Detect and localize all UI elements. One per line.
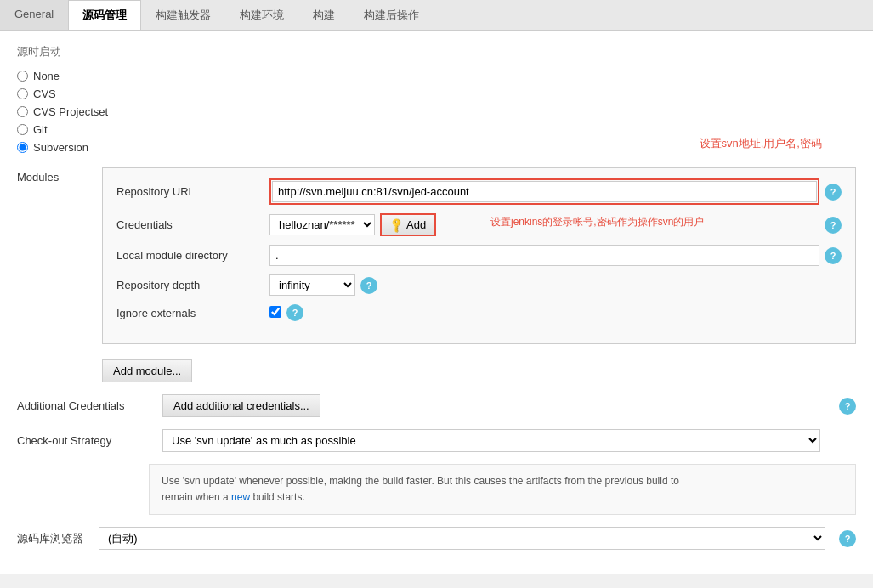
local-module-directory-input[interactable] (269, 245, 819, 266)
repository-depth-select[interactable]: infinity immediates files empty (269, 274, 355, 296)
radio-cvs-label: CVS (33, 88, 56, 100)
checkout-strategy-select[interactable]: Use 'svn update' as much as possible Alw… (162, 429, 820, 452)
local-module-directory-control (269, 245, 819, 266)
credentials-select-wrap: helloznan/****** (269, 214, 375, 235)
tab-build-env[interactable]: 构建环境 (225, 0, 298, 30)
tabs-bar: General 源码管理 构建触发器 构建环境 构建 构建后操作 (0, 0, 873, 31)
repository-url-help-icon[interactable]: ? (825, 184, 842, 201)
add-additional-credentials-button[interactable]: Add additional credentials... (162, 394, 320, 417)
additional-credentials-label: Additional Credentials (17, 399, 149, 412)
repository-url-wrapper: ? (269, 178, 842, 205)
radio-git-label: Git (33, 123, 48, 136)
radio-subversion-label: Subversion (33, 141, 88, 154)
radio-cvs[interactable]: CVS (17, 88, 856, 100)
radio-cvs-projectset-label: CVS Projectset (33, 105, 108, 118)
repository-depth-control: infinity immediates files empty (269, 274, 355, 296)
radio-cvs-input[interactable] (17, 88, 28, 99)
source-browser-control: (自动) (99, 527, 825, 550)
ignore-externals-checkbox[interactable] (269, 306, 281, 318)
annotation-jenkins: 设置jenkins的登录帐号,密码作为操作svn的用户 (490, 215, 704, 229)
modules-content: Repository URL ? Credentials (102, 167, 856, 344)
modules-section: Modules Repository URL ? (17, 167, 856, 382)
source-browser-label: 源码库浏览器 (17, 531, 83, 546)
strategy-desc-line1: Use 'svn update' whenever possible, maki… (162, 473, 843, 489)
checkout-strategy-row: Check-out Strategy Use 'svn update' as m… (17, 429, 856, 452)
repository-url-row: Repository URL ? (116, 178, 842, 205)
credentials-control: helloznan/****** 🔑 Add 设置jenkins的登录帐号,密码… (269, 213, 436, 236)
local-module-directory-row: Local module directory ? (116, 245, 842, 266)
strategy-desc-part2: build starts. (250, 491, 305, 503)
local-module-directory-label: Local module directory (116, 249, 269, 262)
radio-git-input[interactable] (17, 124, 28, 135)
repository-url-input[interactable] (272, 181, 817, 202)
radio-cvs-projectset[interactable]: CVS Projectset (17, 105, 856, 118)
strategy-desc-part1: remain when a (162, 491, 231, 503)
tab-source-management[interactable]: 源码管理 (68, 0, 141, 30)
key-icon: 🔑 (388, 216, 405, 234)
strategy-desc-highlight: new (231, 491, 250, 503)
tab-post-build[interactable]: 构建后操作 (349, 0, 434, 30)
radio-none-label: None (33, 70, 60, 82)
checkout-strategy-label: Check-out Strategy (17, 434, 149, 447)
annotation-svn: 设置svn地址,用户名,密码 (700, 136, 822, 151)
ignore-externals-label: Ignore externals (116, 307, 269, 319)
repository-url-label: Repository URL (116, 185, 269, 198)
tab-build[interactable]: 构建 (298, 0, 349, 30)
ignore-externals-help-icon[interactable]: ? (286, 304, 303, 321)
add-button-label: Add (406, 218, 426, 231)
add-module-button[interactable]: Add module... (102, 359, 192, 382)
repository-depth-label: Repository depth (116, 279, 269, 291)
source-browser-row: 源码库浏览器 (自动) ? (17, 527, 856, 550)
source-browser-select[interactable]: (自动) (99, 527, 825, 550)
repository-url-input-wrap (269, 178, 819, 205)
strategy-description: Use 'svn update' whenever possible, maki… (149, 464, 856, 515)
ignore-externals-control (269, 306, 281, 320)
credentials-row: Credentials helloznan/****** 🔑 Add (116, 213, 842, 236)
radio-subversion-input[interactable] (17, 142, 28, 153)
modules-label: Modules (17, 167, 102, 382)
credentials-select[interactable]: helloznan/****** (269, 214, 375, 235)
section-header: 源时启动 (17, 44, 856, 59)
radio-git[interactable]: Git (17, 123, 856, 136)
ignore-externals-row: Ignore externals ? (116, 304, 842, 321)
credentials-help-icon[interactable]: ? (825, 217, 842, 234)
repository-depth-help-icon[interactable]: ? (360, 277, 377, 294)
tab-general[interactable]: General (0, 0, 68, 30)
local-module-directory-help-icon[interactable]: ? (825, 247, 842, 264)
additional-credentials-help-icon[interactable]: ? (839, 398, 856, 415)
radio-none[interactable]: None (17, 70, 856, 82)
tab-build-triggers[interactable]: 构建触发器 (141, 0, 225, 30)
radio-none-input[interactable] (17, 71, 28, 82)
additional-credentials-row: Additional Credentials Add additional cr… (17, 394, 856, 417)
credentials-label: Credentials (116, 218, 269, 231)
main-content: 源时启动 设置svn地址,用户名,密码 None CVS CVS Project… (0, 31, 873, 574)
radio-cvs-projectset-input[interactable] (17, 106, 28, 117)
repository-depth-row: Repository depth infinity immediates fil… (116, 274, 842, 296)
credentials-add-button[interactable]: 🔑 Add (380, 213, 436, 236)
strategy-desc-line2: remain when a new build starts. (162, 489, 843, 506)
source-browser-help-icon[interactable]: ? (839, 530, 856, 547)
checkout-strategy-control: Use 'svn update' as much as possible Alw… (162, 429, 820, 452)
